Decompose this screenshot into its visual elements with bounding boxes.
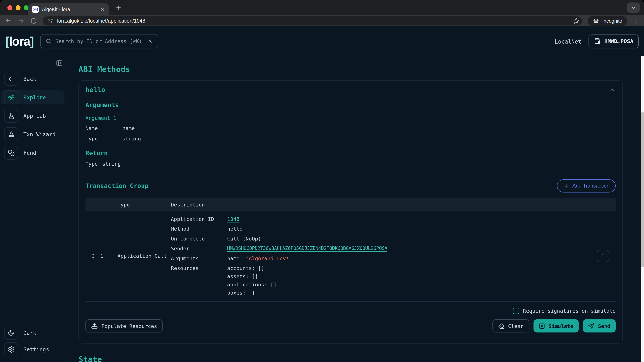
browser-menu-icon[interactable] [633, 17, 639, 24]
bookmark-star-icon[interactable] [573, 17, 580, 24]
main-panel: ABI Methods hello Arguments Argument 1 N… [67, 56, 644, 362]
address-bar[interactable]: lora.algokit.io/localnet/application/104… [43, 16, 582, 25]
browser-tabstrip: [ak] AlgoKit - lora [0, 0, 644, 15]
browser-tab[interactable]: [ak] AlgoKit - lora [28, 3, 109, 15]
wallet-icon [594, 38, 601, 45]
add-transaction-label: Add Transaction [572, 183, 610, 189]
field-arguments: Arguments name: "Algorand Dev!" [171, 255, 587, 261]
sidebar-item-theme-toggle[interactable]: Dark [1, 326, 64, 340]
populate-resources-label: Populate Resources [102, 323, 157, 329]
argument-1-label: Argument 1 [85, 115, 616, 121]
application-id-link[interactable]: 1048 [227, 216, 240, 222]
add-transaction-button[interactable]: Add Transaction [557, 179, 616, 192]
argument-type-row: Type string [85, 135, 616, 142]
app-header: [lora] Search by ID or Address (⌘K) Loca… [0, 26, 644, 56]
txn-type: Application Call [118, 253, 171, 259]
sidebar: Back Explore App Lab Txn Wizard [0, 56, 67, 362]
sidebar-item-fund[interactable]: Fund [1, 146, 64, 160]
close-window-button[interactable] [8, 5, 12, 10]
row-index: 1 [100, 253, 103, 259]
field-label: On complete [171, 236, 227, 242]
abi-method-card: hello Arguments Argument 1 Name name Typ… [78, 80, 623, 344]
tab-close-icon[interactable] [100, 6, 105, 12]
logo-word: lora [9, 34, 30, 48]
play-square-icon [539, 323, 545, 329]
field-label: Application ID [171, 216, 227, 222]
download-tray-icon [91, 323, 98, 329]
arrow-left-icon [4, 72, 18, 86]
simulate-label: Simulate [548, 323, 573, 329]
moon-icon [4, 326, 18, 340]
tab-favicon: [ak] [32, 6, 38, 12]
resource-applications: applications: [] [227, 282, 587, 288]
scrollbar-thumb[interactable] [641, 112, 644, 267]
col-description: Description [171, 201, 227, 207]
row-menu-button[interactable] [597, 250, 609, 262]
browser-toolbar: lora.algokit.io/localnet/application/104… [0, 15, 644, 26]
state-title: State [78, 355, 623, 362]
incognito-label: Incognito [602, 18, 622, 24]
minimize-window-button[interactable] [16, 5, 20, 10]
back-icon[interactable] [5, 17, 12, 24]
sidebar-item-settings[interactable]: Settings [1, 342, 64, 356]
sidebar-item-explore[interactable]: Explore [1, 90, 64, 104]
clear-label: Clear [508, 323, 524, 329]
eraser-icon [498, 323, 504, 329]
field-on-complete: On complete Call (NoOp) [171, 236, 587, 242]
argument-name-value: name [122, 125, 135, 131]
method-name: hello [85, 86, 105, 94]
page-scrollbar[interactable] [641, 56, 644, 362]
transaction-group-heading: Transaction Group [85, 182, 148, 190]
plus-icon [563, 183, 569, 189]
site-settings-icon[interactable] [48, 18, 53, 24]
sidebar-item-back[interactable]: Back [1, 72, 64, 86]
require-signatures-label: Require signatures on simulate [523, 308, 616, 314]
field-label: Method [171, 226, 227, 232]
return-type-row: Type string [85, 161, 616, 167]
argument-name-row: Name name [85, 125, 616, 131]
incognito-icon [593, 17, 600, 24]
field-method: Method hello [171, 226, 587, 232]
argument-key: name: [227, 255, 242, 261]
tab-title: AlgoKit - lora [42, 6, 96, 12]
network-selector[interactable]: LocalNet [554, 38, 581, 44]
resource-boxes: boxes: [] [227, 290, 587, 296]
method-value: hello [227, 226, 587, 232]
sender-address-link[interactable]: HMWDSHQCOPD2T36WBAHLAZ6PO5GDJJZBN4D2TODK… [227, 245, 387, 251]
return-heading: Return [85, 149, 616, 157]
simulate-button[interactable]: Simulate [533, 319, 578, 332]
chevron-up-icon[interactable] [609, 86, 616, 93]
tab-search-chevron-button[interactable] [627, 2, 640, 13]
send-button[interactable]: Send [583, 319, 616, 332]
wallet-button[interactable]: HMWD…PQSA [588, 34, 639, 48]
sidebar-item-label: Explore [24, 94, 46, 100]
require-signatures-checkbox[interactable] [513, 308, 519, 314]
field-resources: Resources accounts: [] assets: [] applic… [171, 265, 587, 296]
sidebar-item-app-lab[interactable]: App Lab [1, 109, 64, 123]
sidebar-item-label: Dark [24, 330, 36, 336]
gear-icon [4, 342, 18, 356]
telescope-icon [4, 90, 18, 104]
lora-logo[interactable]: [lora] [5, 34, 34, 48]
sidebar-collapse-icon[interactable] [56, 59, 63, 66]
argument-name-label: Name [85, 125, 122, 131]
macos-traffic-lights [8, 5, 29, 10]
field-application-id: Application ID 1048 [171, 216, 587, 222]
reload-icon[interactable] [30, 17, 37, 24]
url-text[interactable]: lora.algokit.io/localnet/application/104… [57, 18, 569, 24]
sidebar-item-txn-wizard[interactable]: Txn Wizard [1, 127, 64, 141]
on-complete-value: Call (NoOp) [227, 236, 587, 242]
search-clear-icon[interactable] [148, 38, 153, 44]
sidebar-item-label: Settings [24, 346, 49, 353]
table-row[interactable]: 1 Application Call Application ID 1048 M… [85, 211, 616, 302]
browser-window: [ak] AlgoKit - lora lora.algokit.io/l [0, 0, 644, 362]
forward-icon[interactable] [18, 17, 25, 24]
field-sender: Sender HMWDSHQCOPD2T36WBAHLAZ6PO5GDJJZBN… [171, 245, 587, 252]
populate-resources-button[interactable]: Populate Resources [85, 319, 163, 332]
new-tab-button[interactable] [115, 4, 122, 11]
clear-button[interactable]: Clear [492, 319, 529, 332]
field-label: Arguments [171, 255, 227, 261]
transaction-table: Type Description 1 Application Call [85, 198, 616, 302]
drag-handle-icon[interactable] [90, 253, 95, 259]
search-input[interactable]: Search by ID or Address (⌘K) [40, 34, 158, 48]
